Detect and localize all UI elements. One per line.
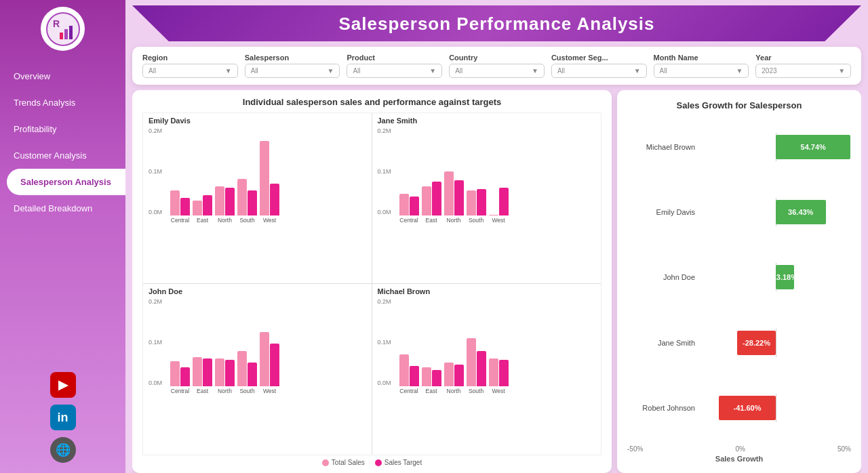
growth-person-name: Jane Smith — [627, 339, 695, 347]
bar-group — [215, 358, 235, 386]
sidebar-nav: Overview Trends Analysis Profitability C… — [0, 63, 125, 372]
sidebar-item-trends[interactable]: Trends Analysis — [0, 89, 125, 116]
bar-group — [467, 338, 486, 386]
growth-row: Robert Johnson-41.60% — [627, 394, 851, 422]
sales-bar — [489, 215, 498, 215]
x-axis-label: South — [467, 217, 486, 224]
sales-bar — [237, 351, 247, 386]
svg-rect-4 — [69, 26, 73, 39]
quad-person-name-1: Jane Smith — [378, 117, 596, 125]
bar-group — [444, 363, 464, 386]
filter-product: Product All▼ — [347, 54, 442, 78]
filter-month-select[interactable]: All▼ — [654, 64, 749, 78]
svg-text:R: R — [53, 18, 60, 29]
bar-group — [422, 367, 441, 386]
sales-bar — [444, 171, 454, 215]
target-bar — [477, 351, 486, 386]
filter-year-select[interactable]: 2023▼ — [755, 64, 851, 78]
filter-month-label: Month Name — [654, 54, 749, 62]
sales-bar — [399, 354, 409, 386]
filter-country-select[interactable]: All▼ — [449, 64, 545, 78]
x-axis-label: East — [422, 388, 441, 394]
target-bar — [248, 363, 257, 386]
x-axis-label: Central — [399, 388, 419, 394]
sidebar-item-profitability[interactable]: Profitability — [0, 116, 125, 142]
sidebar-item-overview[interactable]: Overview — [0, 63, 125, 89]
sales-bar — [422, 186, 431, 215]
x-axis-label: North — [444, 388, 464, 394]
y-axis-label: 0.2M — [378, 298, 397, 305]
sidebar-item-salesperson[interactable]: Salesperson Analysis — [7, 169, 125, 195]
youtube-icon[interactable]: ▶ — [50, 372, 76, 398]
filter-region: Region All▼ — [142, 54, 238, 78]
linkedin-icon[interactable]: in — [50, 405, 76, 430]
x-label-0: 0% — [735, 445, 745, 453]
target-bar — [225, 360, 235, 386]
filter-country: Country All▼ — [449, 54, 545, 78]
target-bar — [203, 358, 212, 386]
filter-customer-seg-label: Customer Seg... — [551, 54, 647, 62]
filters-bar: Region All▼ Salesperson All▼ Product All… — [132, 47, 861, 85]
legend-sales-target-dot — [375, 459, 382, 466]
target-bar — [454, 180, 464, 215]
filter-salesperson-label: Salesperson — [245, 54, 340, 62]
legend-total-sales-dot — [322, 459, 329, 466]
target-bar — [180, 367, 190, 386]
growth-row: Michael Brown54.74% — [627, 133, 851, 161]
sidebar: R Overview Trends Analysis Profitability… — [0, 0, 125, 473]
growth-person-name: Emily Davis — [627, 208, 695, 216]
filter-region-select[interactable]: All▼ — [142, 64, 238, 78]
sidebar-item-breakdown[interactable]: Detailed Breakdown — [0, 195, 125, 222]
filter-customer-seg-value: All — [557, 67, 565, 75]
sales-bar — [193, 201, 202, 215]
target-bar — [270, 344, 279, 386]
bar-group — [193, 195, 212, 215]
svg-point-0 — [47, 13, 79, 45]
target-bar — [410, 197, 419, 215]
bar-group — [237, 351, 257, 386]
growth-axis-label: Sales Growth — [627, 455, 851, 463]
sales-bar — [170, 361, 180, 386]
sidebar-item-customer[interactable]: Customer Analysis — [0, 142, 125, 169]
sales-bar — [467, 338, 476, 386]
y-axis-label: 0.0M — [149, 379, 167, 386]
target-bar — [248, 190, 257, 215]
filter-product-select[interactable]: All▼ — [347, 64, 442, 78]
legend-sales-target-label: Sales Target — [384, 459, 422, 466]
x-axis-label: Central — [170, 217, 190, 224]
growth-chart: Michael Brown54.74%Emily Davis36.43%John… — [627, 116, 851, 442]
x-axis-label: North — [444, 217, 464, 224]
main-content: Salesperson Performance Analysis Region … — [125, 0, 868, 473]
y-axis-label: 0.1M — [378, 168, 397, 175]
sales-bar — [260, 141, 269, 215]
target-bar — [477, 189, 486, 215]
bar-group — [260, 141, 279, 215]
x-label-neg50: -50% — [627, 445, 643, 453]
chart-legend: Total Sales Sales Target — [142, 459, 601, 466]
quad-person-name-2: John Doe — [149, 287, 366, 295]
growth-person-name: Michael Brown — [627, 143, 695, 151]
website-icon[interactable]: 🌐 — [50, 437, 76, 463]
logo: R — [41, 7, 85, 51]
target-bar — [180, 198, 190, 215]
bar-group — [399, 194, 419, 215]
growth-bar-negative: -41.60% — [719, 396, 776, 420]
bar-group — [193, 357, 212, 386]
growth-person-name: John Doe — [627, 273, 695, 281]
filter-region-label: Region — [142, 54, 238, 62]
target-bar — [499, 360, 509, 386]
bar-group — [237, 179, 257, 215]
x-axis-label: West — [260, 388, 279, 394]
sales-bar — [489, 358, 498, 386]
quad-cell-1: Jane Smith0.2M0.1M0.0MCentralEastNorthSo… — [372, 113, 601, 284]
filter-month: Month Name All▼ — [654, 54, 749, 78]
growth-person-name: Robert Johnson — [627, 404, 695, 412]
sales-bar — [260, 332, 269, 386]
x-label-pos50: 50% — [837, 445, 851, 453]
x-axis-label: East — [193, 388, 212, 394]
y-axis-label: 0.1M — [378, 339, 397, 346]
filter-customer-seg-select[interactable]: All▼ — [551, 64, 647, 78]
growth-bar-container: 54.74% — [701, 133, 851, 161]
y-axis-label: 0.2M — [378, 127, 397, 134]
filter-salesperson-select[interactable]: All▼ — [245, 64, 340, 78]
